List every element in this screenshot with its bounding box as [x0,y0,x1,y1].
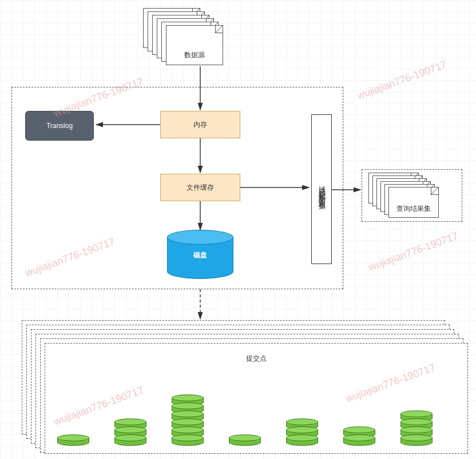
commit-cylinder [229,434,261,446]
translog-box: Translog [25,111,94,141]
watermark: wujiajian776-190717 [367,230,459,273]
commit-cylinder [57,434,89,446]
commit-cylinder [172,434,204,446]
commit-stack [172,398,204,446]
filter-label: 过滤已标记删除的文档集 [315,180,328,199]
commit-stack [400,414,433,446]
commit-cylinder [286,434,318,446]
datasource-label: 数据源 [184,50,205,60]
commit-stack [343,430,375,446]
translog-label: Translog [46,122,73,130]
diagram-canvas: 数据源 Translog 内存 文件缓存 磁盘 过滤已标记删除的文档集 查询结果… [0,0,476,459]
commit-stack [286,422,318,446]
filecache-label: 文件缓存 [187,183,214,193]
memory-label: 内存 [193,120,207,130]
watermark: wujiajian776-190717 [355,58,448,102]
result-label: 查询结果集 [396,204,431,214]
disk-label: 磁盘 [167,250,233,260]
disk-cylinder: 磁盘 [167,230,233,279]
commit-label: 提交点 [246,354,267,364]
memory-box: 内存 [160,111,240,138]
commit-stack [114,422,146,446]
commit-stack [229,438,261,446]
commit-cylinder [400,434,433,446]
filter-box: 过滤已标记删除的文档集 [311,114,332,264]
filecache-box: 文件缓存 [160,174,240,201]
commit-cylinder [114,434,146,446]
commit-stack [57,438,89,446]
commit-cylinder [343,434,375,446]
